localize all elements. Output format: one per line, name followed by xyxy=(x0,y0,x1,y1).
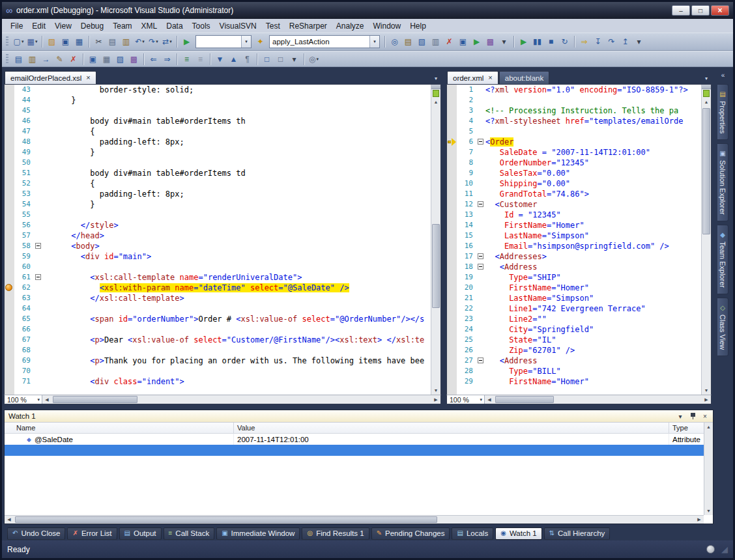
menu-item-data[interactable]: Data xyxy=(162,20,187,32)
breakpoint-margin[interactable] xyxy=(447,116,457,126)
fold-margin[interactable] xyxy=(34,241,43,251)
fold-margin[interactable] xyxy=(476,303,485,314)
breakpoint-margin[interactable] xyxy=(5,335,14,345)
object-browser-icon[interactable]: ▥ xyxy=(429,35,442,49)
code-line[interactable]: 43 border-style: solid; xyxy=(5,85,431,95)
breakpoint-margin[interactable] xyxy=(5,126,14,137)
code-line[interactable]: 68 xyxy=(5,345,431,356)
create-schema-icon[interactable]: ▥ xyxy=(25,52,39,66)
menu-item-view[interactable]: View xyxy=(50,20,76,32)
code-line[interactable]: 54 } xyxy=(5,199,431,210)
code-line[interactable]: 16 Email="hsimpson@springfield.com" /> xyxy=(447,241,701,251)
close-button[interactable]: × xyxy=(711,5,729,16)
zoom-level-combo[interactable]: 100 %▾ xyxy=(5,395,42,404)
code-line[interactable]: 22 Line1="742 Evergreen Terrace" xyxy=(447,303,701,314)
step-out-icon[interactable]: ↥ xyxy=(618,35,632,49)
document-list-chevron-icon[interactable]: ▾ xyxy=(705,76,712,84)
splitter-grip[interactable] xyxy=(702,85,711,89)
document-list-chevron-icon[interactable]: ▾ xyxy=(435,76,441,84)
breakpoint-margin[interactable] xyxy=(5,95,14,105)
breakpoint-margin[interactable] xyxy=(5,231,14,241)
scroll-up-icon[interactable]: ▲ xyxy=(431,98,440,106)
code-line[interactable]: 55 xyxy=(5,210,431,220)
fold-margin[interactable] xyxy=(34,272,43,283)
menu-item-team[interactable]: Team xyxy=(108,20,136,32)
menu-item-window[interactable]: Window xyxy=(369,20,406,32)
breakpoint-margin[interactable] xyxy=(447,158,457,168)
collapse-toggle-icon[interactable] xyxy=(478,264,483,270)
breakpoint-margin[interactable] xyxy=(447,303,457,314)
fold-margin[interactable] xyxy=(34,126,43,137)
code-line[interactable]: 11 GrandTotal="74.86"> xyxy=(447,189,701,199)
breakpoint-margin[interactable] xyxy=(447,95,457,105)
fold-margin[interactable] xyxy=(34,345,43,356)
scroll-up-icon[interactable]: ▲ xyxy=(704,423,713,431)
fold-margin[interactable] xyxy=(476,314,485,324)
breakpoint-margin[interactable] xyxy=(447,335,457,345)
vertical-scrollbar[interactable]: ▲▼ xyxy=(431,85,440,395)
step-over-icon[interactable]: ↷ xyxy=(605,35,618,49)
error-list-icon[interactable]: ✗ xyxy=(442,35,456,49)
breakpoint-margin[interactable] xyxy=(5,220,14,231)
breakpoint-margin[interactable] xyxy=(5,147,14,158)
start-debugging-icon[interactable]: ▶ xyxy=(180,35,194,49)
breakpoint-margin[interactable] xyxy=(447,272,457,283)
breakpoint-margin[interactable] xyxy=(5,85,14,95)
edit-namespaces-icon[interactable]: ✎ xyxy=(53,52,66,66)
auto-hide-icon[interactable]: « xyxy=(721,72,725,81)
breakpoint-margin[interactable] xyxy=(5,293,14,303)
fold-margin[interactable] xyxy=(476,178,485,189)
fold-margin[interactable] xyxy=(34,178,43,189)
save-all-icon[interactable]: ▦ xyxy=(72,35,86,49)
fold-margin[interactable] xyxy=(34,85,43,95)
splitter-grip[interactable] xyxy=(431,85,440,89)
breakpoint-margin[interactable] xyxy=(5,241,14,251)
menu-item-test[interactable]: Test xyxy=(261,20,285,32)
fold-margin[interactable] xyxy=(476,231,485,241)
fold-margin[interactable] xyxy=(34,293,43,303)
breakpoint-margin[interactable] xyxy=(447,345,457,356)
fold-margin[interactable] xyxy=(34,137,43,147)
toggle-outlining-icon[interactable]: □ xyxy=(260,52,274,66)
code-line[interactable]: 53 padding-left: 8px; xyxy=(5,189,431,199)
collapse-toggle-icon[interactable] xyxy=(478,357,483,363)
code-line[interactable]: 45 xyxy=(5,105,431,116)
breakpoint-margin[interactable] xyxy=(447,241,457,251)
code-line[interactable]: 7 SaleDate = "2007-11-14T12:01:00" xyxy=(447,147,701,158)
sidebar-tab-class-view[interactable]: ◇Class View xyxy=(717,298,728,356)
scroll-up-icon[interactable]: ▲ xyxy=(702,98,711,106)
fold-margin[interactable] xyxy=(476,335,485,345)
collapse-toggle-icon[interactable] xyxy=(478,201,483,207)
breakpoint-margin[interactable] xyxy=(447,251,457,262)
code-line[interactable]: 24 City="Springfield" xyxy=(447,324,701,335)
increase-indent-icon[interactable]: ⇒ xyxy=(160,52,174,66)
solution-explorer-icon[interactable]: ▤ xyxy=(401,35,415,49)
fold-margin[interactable] xyxy=(476,105,485,116)
code-line[interactable]: 28 Type="BILL" xyxy=(447,366,701,376)
breakpoint-margin[interactable] xyxy=(447,85,457,95)
code-line[interactable]: 63 </xsl:call-template> xyxy=(5,293,431,303)
horizontal-scrollbar[interactable]: 100 %▾◀▶ xyxy=(446,395,712,404)
fold-margin[interactable] xyxy=(34,335,43,345)
scroll-down-icon[interactable]: ▼ xyxy=(431,386,440,395)
cut-icon[interactable]: ✂ xyxy=(92,35,106,49)
breakpoint-margin[interactable] xyxy=(447,147,457,158)
code-line[interactable]: 1<?xml version="1.0" encoding="ISO-8859-… xyxy=(447,85,701,95)
code-line[interactable]: 13 Id = "12345" xyxy=(447,210,701,220)
breakpoint-margin[interactable] xyxy=(5,137,14,147)
breakpoint-margin[interactable] xyxy=(447,126,457,137)
menu-item-xml[interactable]: XML xyxy=(137,20,162,32)
insert-snippet-icon[interactable]: ▦ xyxy=(100,52,113,66)
solution-configurations-combo[interactable]: ▾ xyxy=(195,35,252,48)
code-line[interactable]: 25 State="IL" xyxy=(447,335,701,345)
bottom-tab-find-results-1[interactable]: ◎Find Results 1 xyxy=(302,527,369,540)
fold-margin[interactable] xyxy=(34,356,43,366)
collapse-toggle-icon[interactable] xyxy=(35,274,41,280)
export-image-icon[interactable]: ▩ xyxy=(483,35,497,49)
fold-margin[interactable] xyxy=(476,241,485,251)
code-line[interactable]: 17 <Addresses> xyxy=(447,251,701,262)
breakpoint-margin[interactable] xyxy=(5,303,14,314)
breakpoint-margin[interactable] xyxy=(447,105,457,116)
collapse-toggle-icon[interactable] xyxy=(478,139,483,145)
menu-item-edit[interactable]: Edit xyxy=(27,20,50,32)
